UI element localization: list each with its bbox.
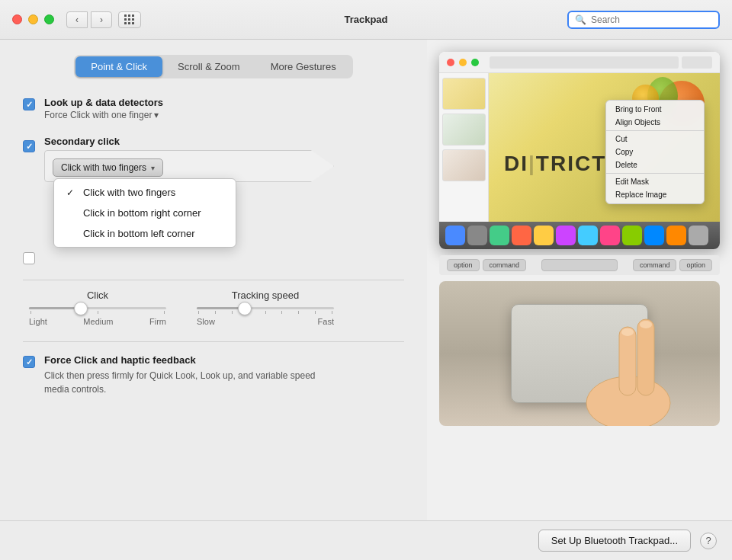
force-click-setting: ✓ Force Click and haptic feedback Click … — [23, 354, 404, 396]
dropdown-chevron-icon: ▾ — [151, 164, 155, 172]
tracking-slider-track — [197, 307, 334, 309]
secondary-dropdown-btn[interactable]: Click with two fingers ▾ — [53, 158, 163, 177]
mac-main-area: DI|TRICT Bring to Front Align Objects Cu… — [489, 73, 720, 222]
divider — [23, 280, 404, 280]
tracking-slider-thumb[interactable] — [238, 302, 252, 315]
option-key-right: option — [679, 259, 712, 271]
mac-close-icon — [447, 59, 454, 66]
search-box[interactable]: 🔍 — [567, 11, 720, 29]
check-icon: ✓ — [26, 101, 33, 109]
tab-group: Point & Click Scroll & Zoom More Gesture… — [74, 55, 352, 78]
command-key-left: command — [483, 259, 527, 271]
force-click-label: Force Click and haptic feedback — [44, 354, 334, 366]
mac-minimize-icon — [459, 59, 467, 66]
tab-more-gestures[interactable]: More Gestures — [255, 56, 352, 77]
forward-button[interactable]: › — [91, 11, 112, 28]
ctx-item-2: Align Objects — [606, 116, 704, 129]
dock-icon-6 — [556, 226, 576, 245]
ctx-divider — [606, 130, 704, 131]
command-key-right: command — [633, 259, 677, 271]
lookup-dropdown-arrow: ▾ — [154, 110, 159, 120]
bottom-bar: Set Up Bluetooth Trackpad... ? — [0, 520, 732, 560]
silent-checkbox[interactable] — [23, 252, 35, 264]
preview-panel: DI|TRICT Bring to Front Align Objects Cu… — [427, 40, 732, 560]
ctx-divider2 — [606, 173, 704, 174]
setup-bluetooth-btn[interactable]: Set Up Bluetooth Trackpad... — [538, 530, 691, 552]
tracking-ticks — [197, 311, 334, 314]
ctx-item-5: Delete — [606, 158, 704, 171]
maximize-button[interactable] — [44, 14, 54, 24]
silent-clicking-setting — [23, 251, 404, 264]
dock-icon-11 — [666, 226, 686, 245]
lookup-setting: ✓ Look up & data detectors Force Click w… — [23, 97, 404, 120]
secondary-click-section: ✓ Secondary click Click with two fingers… — [23, 136, 404, 182]
grid-icon — [124, 14, 135, 25]
click-slider-track — [29, 307, 166, 309]
dock-icon-3 — [490, 226, 509, 245]
spacebar — [541, 259, 618, 271]
dock-icon-5 — [534, 226, 554, 245]
dropdown-item-bottom-left[interactable]: Click in bottom left corner — [54, 223, 236, 244]
click-slider-track-wrap — [29, 307, 166, 314]
tracking-slider-labels: Slow Fast — [197, 317, 334, 326]
lookup-checkbox[interactable]: ✓ — [23, 98, 35, 110]
grid-view-button[interactable] — [118, 11, 141, 28]
tracking-max-label: Fast — [318, 317, 334, 326]
svg-rect-1 — [619, 327, 636, 395]
secondary-label-container: Secondary click Click with two fingers ▾ — [44, 136, 404, 182]
svg-point-4 — [640, 321, 652, 328]
minimize-button[interactable] — [28, 14, 38, 24]
lookup-sub[interactable]: Force Click with one finger ▾ — [44, 110, 163, 120]
force-click-description: Click then press firmly for Quick Look, … — [44, 369, 334, 396]
key-group-left: option command — [447, 259, 526, 271]
tab-point-click[interactable]: Point & Click — [75, 56, 162, 77]
dropdown-empty2-icon — [66, 229, 77, 239]
ctx-item-6: Edit Mask — [606, 175, 704, 188]
dropdown-value: Click with two fingers — [61, 162, 146, 173]
divider2 — [23, 341, 404, 342]
click-max-label: Firm — [149, 317, 166, 326]
keyboard-row: option command command option — [439, 255, 720, 275]
force-click-text: Force Click and haptic feedback Click th… — [44, 354, 334, 396]
tracking-slider-label: Tracking speed — [232, 290, 299, 301]
mac-thumb-3 — [442, 149, 486, 181]
mac-dock — [439, 222, 720, 249]
click-slider-group: Click Light Medium Firm — [29, 290, 166, 326]
back-button[interactable]: ‹ — [66, 11, 88, 28]
tracking-slider-track-wrap — [197, 307, 334, 314]
dropdown-item-bottom-right[interactable]: Click in bottom right corner — [54, 203, 236, 223]
sliders-section: Click Light Medium Firm — [29, 290, 404, 326]
help-button[interactable]: ? — [700, 533, 717, 549]
secondary-dropdown-menu: ✓ Click with two fingers Click in bottom… — [53, 178, 236, 248]
titlebar: ‹ › Trackpad 🔍 — [0, 0, 732, 40]
ctx-item-4: Copy — [606, 146, 704, 158]
tab-scroll-zoom[interactable]: Scroll & Zoom — [162, 56, 255, 77]
force-click-checkbox[interactable]: ✓ — [23, 356, 35, 368]
lookup-text: Look up & data detectors Force Click wit… — [44, 97, 163, 120]
mac-sidebar — [439, 73, 489, 222]
trackpad-area — [439, 281, 720, 426]
dock-icon-4 — [512, 226, 531, 245]
click-slider-thumb[interactable] — [74, 302, 88, 315]
click-mid-label: Medium — [83, 317, 113, 326]
click-slider-labels: Light Medium Firm — [29, 317, 166, 326]
secondary-checkbox[interactable]: ✓ — [23, 140, 35, 152]
tracking-min-label: Slow — [197, 317, 215, 326]
mac-toolbar-btn — [682, 56, 712, 69]
ctx-item-3: Cut — [606, 133, 704, 146]
ctx-item-7: Replace Image — [606, 188, 704, 201]
dock-icon-8 — [600, 226, 620, 245]
search-input[interactable] — [591, 14, 712, 25]
dropdown-item-two-fingers[interactable]: ✓ Click with two fingers — [54, 182, 236, 203]
mac-window-titlebar — [439, 52, 720, 73]
tracking-slider-group: Tracking speed — [197, 290, 334, 326]
mac-maximize-icon — [471, 59, 479, 66]
mac-toolbar — [490, 56, 712, 69]
main-content: Point & Click Scroll & Zoom More Gesture… — [0, 40, 732, 560]
ctx-item-1: Bring to Front — [606, 103, 704, 116]
dock-icon-1 — [445, 226, 465, 245]
close-button[interactable] — [12, 14, 22, 24]
dock-icon-12 — [689, 226, 708, 245]
svg-point-3 — [621, 328, 634, 336]
click-min-label: Light — [29, 317, 47, 326]
